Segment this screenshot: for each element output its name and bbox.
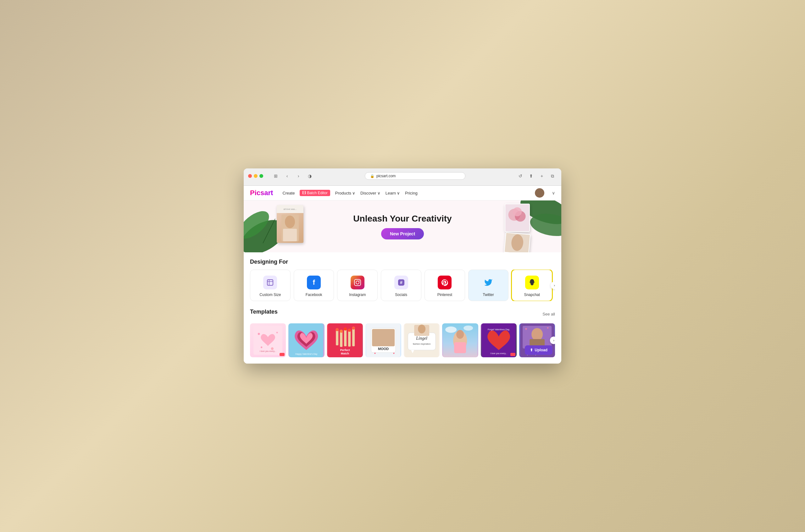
template-card-fashion[interactable] [442,323,478,357]
maximize-traffic-light[interactable] [259,174,263,178]
design-card-instagram[interactable]: Instagram [337,270,378,301]
template-lingel-bg: Lingel fashion inspiration [404,323,440,357]
svg-text:#: # [400,280,403,285]
template-card-forget-valentines[interactable]: Forget Valentines Day, I love you every.… [481,323,517,357]
svg-rect-32 [336,330,339,345]
browser-chrome: ⊞ ‹ › ◑ 🔒 picsart.com ↺ ⬆ + ⧉ [244,168,561,186]
hero-right-decoration [501,201,561,252]
svg-point-27 [261,347,262,348]
site-navigation: Picsart Create 🎞 Batch Editor Products ∨… [244,186,561,201]
design-card-socials[interactable]: # Socials [381,270,421,301]
svg-point-56 [418,325,425,334]
hero-left-decoration: all love was... [244,201,307,252]
template-card-lingel[interactable]: Lingel fashion inspiration [404,323,440,357]
upload-button[interactable]: ⬆ Upload [525,345,552,355]
main-content: Designing For Custom Size f Fa [244,252,561,364]
see-all-link[interactable]: See all [543,312,555,317]
browser-action-buttons: ↺ ⬆ + ⧉ [516,172,557,180]
new-project-button[interactable]: New Project [381,228,424,240]
photo-woman [505,233,530,252]
svg-text:Happy Valentine's Day: Happy Valentine's Day [295,353,317,355]
user-avatar[interactable] [535,188,544,198]
instagram-label: Instagram [349,292,366,297]
design-card-facebook[interactable]: f Facebook [294,270,334,301]
hero-content: Unleash Your Creativity New Project [353,214,452,240]
svg-text:♥: ♥ [393,352,395,355]
new-tab-button[interactable]: + [537,172,546,180]
template-valentines-bg: i love you every... [250,323,286,357]
svg-text:♥: ♥ [374,352,376,355]
svg-rect-62 [454,342,466,353]
back-button[interactable]: ‹ [283,172,292,180]
socials-label: Socials [395,292,407,297]
svg-text:fashion inspiration: fashion inspiration [413,343,431,345]
hero-photo-strip: all love was... [277,205,304,243]
template-card-valentines[interactable]: i love you every... [250,323,286,357]
svg-text:Perfect: Perfect [340,348,350,352]
collage-photo-1 [505,204,530,232]
template-perfect-match-svg: Perfect Match [327,323,363,357]
template-card-my-valentine[interactable]: ♥ ♥ you're my favourite... ⬆ Upload [519,323,555,357]
photo-strip-top: all love was... [277,205,304,213]
picsart-logo[interactable]: Picsart [250,189,273,197]
upload-icon: ⬆ [530,348,533,352]
tab-overview-button[interactable]: ⧉ [548,172,557,180]
design-card-twitter[interactable]: Twitter [468,270,509,301]
reload-button[interactable]: ↺ [516,172,525,180]
twitter-svg [484,278,493,287]
svg-rect-36 [344,329,347,346]
theme-toggle-button[interactable]: ◑ [305,172,314,180]
svg-point-35 [340,330,343,333]
template-card-perfect-match[interactable]: Perfect Match [327,323,363,357]
snapchat-label: Snapchat [524,292,540,297]
svg-point-41 [352,326,355,330]
svg-point-26 [271,347,274,350]
products-chevron-icon: ∨ [352,191,355,195]
svg-text:♥: ♥ [547,326,549,330]
custom-size-label: Custom Size [259,292,281,297]
svg-point-33 [335,328,339,331]
template-card-mood[interactable]: MOOD ♥ ♥ [365,323,401,357]
svg-rect-14 [267,280,273,285]
template-heart-svg: Happy Valentine's Day [288,323,324,357]
instagram-icon [351,276,364,289]
hero-title: Unleash Your Creativity [353,214,452,224]
nav-discover[interactable]: Discover ∨ [360,191,381,195]
svg-rect-38 [348,330,351,347]
template-forget-badge [510,353,515,356]
url-text: picsart.com [377,174,396,178]
nav-products[interactable]: Products ∨ [335,191,355,195]
design-card-snapchat[interactable]: Snapchat [512,270,552,301]
nav-learn[interactable]: Learn ∨ [385,191,400,195]
template-fashion-svg [442,323,478,357]
nav-create[interactable]: Create [282,191,295,195]
design-card-custom-size[interactable]: Custom Size [250,270,291,301]
socials-svg: # [398,279,405,286]
template-forget-svg: Forget Valentines Day, I love you every.… [481,323,517,357]
close-traffic-light[interactable] [248,174,252,178]
batch-icon: 🎞 [302,191,306,195]
template-valentines-svg: i love you every... [253,326,283,355]
template-perfect-match-bg: Perfect Match [327,323,363,357]
template-heart-bg: Happy Valentine's Day [288,323,324,357]
design-card-pinterest[interactable]: Pinterest [424,270,465,301]
svg-point-58 [445,326,457,333]
instagram-svg [354,279,361,286]
svg-point-68 [531,328,543,341]
templates-header: Templates See all [250,308,555,320]
share-button[interactable]: ⬆ [527,172,535,180]
svg-point-4 [285,215,295,228]
template-forget-bg: Forget Valentines Day, I love you every.… [481,323,517,357]
nav-batch-editor[interactable]: 🎞 Batch Editor [300,190,330,196]
svg-rect-34 [340,331,343,347]
forward-button[interactable]: › [294,172,303,180]
address-bar-wrap: 🔒 picsart.com [317,172,513,180]
svg-point-37 [344,327,347,330]
svg-text:I love you every...: I love you every... [490,352,507,355]
address-bar[interactable]: 🔒 picsart.com [365,172,465,180]
sidebar-toggle-button[interactable]: ⊞ [271,172,280,180]
nav-pricing[interactable]: Pricing [405,191,418,195]
svg-point-17 [359,280,360,281]
template-card-heart[interactable]: Happy Valentine's Day [288,323,324,357]
minimize-traffic-light[interactable] [254,174,258,178]
